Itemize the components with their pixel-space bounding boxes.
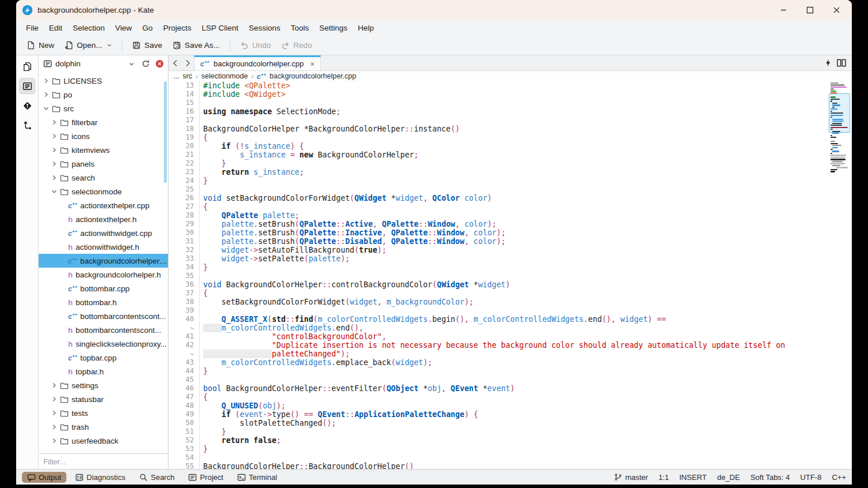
tree-item-po[interactable]: po bbox=[39, 88, 168, 102]
menu-item-settings[interactable]: Settings bbox=[314, 21, 353, 35]
tree-item-actionwithwidget-cpp[interactable]: c++actionwithwidget.cpp bbox=[39, 226, 168, 240]
status-master[interactable]: master bbox=[614, 473, 648, 482]
tree-item-label: topbar.h bbox=[76, 367, 104, 376]
new-button[interactable]: New bbox=[22, 38, 59, 52]
breadcrumb-file[interactable]: backgroundcolorhelper.cpp bbox=[270, 72, 356, 80]
quick-open-icon[interactable] bbox=[825, 59, 831, 67]
tree-item-trash[interactable]: trash bbox=[39, 420, 168, 434]
menu-item-go[interactable]: Go bbox=[137, 21, 158, 35]
save-button[interactable]: Save bbox=[128, 38, 167, 52]
tree-item-licenses[interactable]: LICENSES bbox=[39, 74, 168, 88]
tree-item-userfeedback[interactable]: userfeedback bbox=[39, 434, 168, 448]
project-close-button[interactable] bbox=[154, 59, 164, 69]
status-insert[interactable]: INSERT bbox=[679, 473, 706, 482]
breadcrumb-selectionmode[interactable]: selectionmode bbox=[201, 72, 248, 80]
tab-close-icon[interactable]: × bbox=[310, 59, 315, 69]
tree-item-kitemviews[interactable]: kitemviews bbox=[39, 143, 168, 157]
tree-item-actionwithwidget-h[interactable]: hactionwithwidget.h bbox=[39, 240, 168, 254]
redo-icon bbox=[281, 41, 290, 50]
line-number: 29 bbox=[169, 220, 194, 228]
tree-item-icons[interactable]: icons bbox=[39, 129, 168, 143]
line-number: 15 bbox=[169, 99, 194, 107]
project-dropdown-button[interactable] bbox=[126, 59, 137, 69]
minimap-viewport-handle[interactable] bbox=[829, 93, 850, 133]
status-soft-tabs-4[interactable]: Soft Tabs: 4 bbox=[750, 473, 790, 482]
line-number: 23 bbox=[169, 168, 194, 177]
cpp-file-icon: c++ bbox=[68, 229, 77, 238]
tree-item-bottombar-cpp[interactable]: c++bottombar.cpp bbox=[39, 281, 168, 295]
folder-icon bbox=[60, 395, 69, 403]
menu-item-lsp-client[interactable]: LSP Client bbox=[196, 21, 244, 35]
tree-item-search[interactable]: search bbox=[39, 171, 168, 185]
history-forward-icon[interactable] bbox=[181, 55, 194, 70]
tree-item-src[interactable]: src bbox=[39, 102, 168, 115]
open-button[interactable]: Open... bbox=[60, 38, 117, 52]
menu-item-selection[interactable]: Selection bbox=[68, 21, 110, 35]
diagnostics-toolview-button[interactable]: Diagnostics bbox=[70, 472, 130, 483]
minimize-button[interactable] bbox=[770, 1, 796, 18]
tree-item-bottombarcontentscont[interactable]: hbottombarcontentscont... bbox=[39, 323, 168, 337]
save-as-button[interactable]: Save As... bbox=[168, 38, 225, 52]
status-de-de[interactable]: de_DE bbox=[717, 473, 740, 482]
tree-scrollbar-thumb[interactable] bbox=[164, 81, 167, 183]
undo-button[interactable]: Undo bbox=[235, 38, 275, 52]
breadcrumb-ellipsis[interactable]: ... bbox=[173, 72, 179, 80]
tree-item-settings[interactable]: settings bbox=[39, 378, 168, 392]
tree-item-singleclickselectionproxy[interactable]: hsingleclickselectionproxy... bbox=[39, 337, 168, 351]
minimap-scrollbar[interactable] bbox=[830, 82, 850, 469]
chevron-right-icon bbox=[51, 133, 57, 139]
menu-item-view[interactable]: View bbox=[110, 21, 137, 35]
tree-item-label: backgroundcolorhelper.h bbox=[76, 271, 161, 279]
tree-item-statusbar[interactable]: statusbar bbox=[39, 392, 168, 406]
status-utf-8[interactable]: UTF-8 bbox=[800, 473, 822, 482]
tool-projects-button[interactable] bbox=[19, 78, 35, 94]
tab-backgroundcolorhelper[interactable]: c++ backgroundcolorhelper.cpp × bbox=[194, 55, 321, 70]
redo-button[interactable]: Redo bbox=[276, 38, 316, 52]
tool-documents-button[interactable] bbox=[19, 58, 35, 74]
close-button[interactable] bbox=[823, 1, 850, 18]
history-back-icon[interactable] bbox=[169, 55, 181, 70]
split-view-icon[interactable] bbox=[837, 59, 846, 67]
code-lines[interactable]: #include <QPalette>#include <QWidget> us… bbox=[200, 81, 852, 469]
tree-item-tests[interactable]: tests bbox=[39, 406, 168, 420]
tree-item-actiontexthelper-cpp[interactable]: c++actiontexthelper.cpp bbox=[39, 198, 168, 212]
tool-git-button[interactable] bbox=[19, 97, 35, 114]
status-1-1[interactable]: 1:1 bbox=[659, 473, 669, 482]
menu-item-edit[interactable]: Edit bbox=[44, 21, 68, 35]
tree-item-bottombar-h[interactable]: hbottombar.h bbox=[39, 295, 168, 309]
tree-item-bottombarcontentscont[interactable]: c++bottombarcontentscont... bbox=[39, 309, 168, 323]
h-file-icon: h bbox=[68, 298, 73, 307]
project-toolview-button[interactable]: Project bbox=[183, 472, 228, 483]
line-number-gutter[interactable]: 1314151617181920212223242526272829303132… bbox=[169, 81, 200, 469]
code-line bbox=[203, 99, 852, 107]
search-toolview-button[interactable]: Search bbox=[134, 472, 179, 483]
output-toolview-button[interactable]: Output bbox=[22, 472, 66, 483]
tree-item-backgroundcolorhelper-h[interactable]: hbackgroundcolorhelper.h bbox=[39, 268, 168, 281]
status-item-label: 1:1 bbox=[659, 473, 669, 482]
tool-calltree-button[interactable] bbox=[19, 117, 35, 133]
tree-filter-input[interactable] bbox=[39, 457, 168, 466]
project-reload-button[interactable] bbox=[140, 59, 151, 69]
maximize-button[interactable] bbox=[796, 1, 823, 18]
status-item-label: UTF-8 bbox=[800, 473, 822, 482]
tree-item-actiontexthelper-h[interactable]: hactiontexthelper.h bbox=[39, 212, 168, 226]
terminal-toolview-button[interactable]: Terminal bbox=[232, 472, 282, 483]
kate-window: backgroundcolorhelper.cpp - Kate FileEdi… bbox=[16, 0, 852, 485]
tree-item-backgroundcolorhelper-c[interactable]: c++backgroundcolorhelper.c... bbox=[39, 254, 168, 268]
code-line: "controlBackgroundColor", bbox=[203, 332, 852, 341]
tree-item-panels[interactable]: panels bbox=[39, 157, 168, 171]
menu-item-tools[interactable]: Tools bbox=[286, 21, 315, 35]
tree-item-topbar-cpp[interactable]: c++topbar.cpp bbox=[39, 351, 168, 365]
tree-item-topbar-h[interactable]: htopbar.h bbox=[39, 365, 168, 378]
tree-item-filterbar[interactable]: filterbar bbox=[39, 115, 168, 129]
tree-item-selectionmode[interactable]: selectionmode bbox=[39, 185, 168, 198]
menu-item-projects[interactable]: Projects bbox=[158, 21, 197, 35]
menu-item-sessions[interactable]: Sessions bbox=[244, 21, 286, 35]
tree-item-label: actiontexthelper.h bbox=[76, 215, 137, 224]
code-view[interactable]: 1314151617181920212223242526272829303132… bbox=[169, 81, 852, 469]
line-number: 13 bbox=[169, 81, 194, 90]
menu-item-file[interactable]: File bbox=[21, 21, 44, 35]
status-c[interactable]: C++ bbox=[832, 473, 846, 482]
breadcrumb-src[interactable]: src bbox=[182, 72, 192, 80]
menu-item-help[interactable]: Help bbox=[353, 21, 379, 35]
